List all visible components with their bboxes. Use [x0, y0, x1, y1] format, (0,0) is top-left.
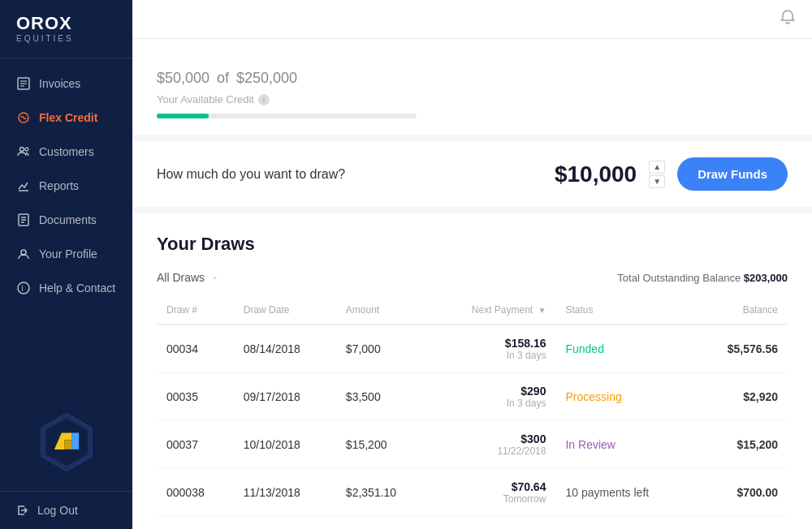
logout-button[interactable]: Log Out [16, 504, 116, 517]
table-row: 00037 10/10/2018 $15,200 $300 11/22/2018… [157, 421, 788, 469]
table-header-row: Draw # Draw Date Amount Next Payment ▼ S… [157, 296, 788, 325]
outstanding-label: Total Outstanding Balance [617, 272, 741, 284]
payment-date: 11/22/2018 [497, 445, 546, 457]
cell-status: In Review [555, 421, 693, 469]
logout-icon [16, 504, 29, 517]
cell-next-payment: $290 In 3 days [430, 373, 556, 421]
payment-amount: $300 [520, 432, 546, 445]
profile-label: Your Profile [39, 247, 97, 260]
outstanding-amount: $203,000 [744, 272, 788, 284]
th-balance: Balance [693, 296, 788, 325]
flex-credit-label: Flex Credit [39, 111, 97, 124]
svg-text:i: i [22, 284, 24, 293]
stepper-down-button[interactable]: ▼ [649, 175, 665, 188]
sidebar-item-customers[interactable]: Customers [0, 135, 132, 169]
draw-section: How much do you want to draw? $10,000 ▲ … [132, 141, 812, 207]
invoices-label: Invoices [39, 77, 80, 90]
cell-status: 10 payments left [555, 469, 693, 517]
cell-draw-num: 00034 [157, 325, 234, 373]
svg-point-5 [20, 148, 24, 152]
draw-funds-button[interactable]: Draw Funds [677, 157, 788, 191]
cell-draw-date: 10/10/2018 [234, 421, 336, 469]
credit-progress-bar [157, 114, 417, 118]
table-row: 00035 09/17/2018 $3,500 $290 In 3 days P… [157, 373, 788, 421]
help-icon: i [16, 281, 31, 295]
cell-draw-date: 09/17/2018 [234, 373, 336, 421]
draw-amount-stepper[interactable]: ▲ ▼ [649, 161, 665, 188]
sidebar-item-invoices[interactable]: Invoices [0, 67, 132, 101]
page-content: $50,000 of $250,000 Your Available Credi… [132, 39, 812, 529]
reports-icon [16, 178, 31, 193]
cell-status: Funded [555, 325, 693, 373]
sidebar-item-your-profile[interactable]: Your Profile [0, 237, 132, 271]
cell-next-payment: $158.16 In 3 days [430, 325, 556, 373]
payment-date: In 3 days [507, 350, 546, 361]
cell-draw-num: 000038 [157, 469, 234, 517]
filter-label[interactable]: All Draws [157, 271, 205, 284]
th-draw-num: Draw # [157, 296, 234, 325]
sidebar-item-reports[interactable]: Reports [0, 169, 132, 203]
cell-next-payment: $300 11/22/2018 [430, 421, 556, 469]
cell-draw-date: 11/13/2018 [234, 469, 336, 517]
documents-icon [16, 213, 31, 227]
credit-progress-fill [157, 114, 209, 118]
filter-separator: - [213, 271, 217, 284]
draw-question: How much do you want to draw? [157, 167, 345, 182]
cell-amount: $7,000 [336, 325, 430, 373]
cell-draw-num: 00035 [157, 373, 234, 421]
cell-amount: $2,351.10 [336, 469, 430, 517]
draws-table: Draw # Draw Date Amount Next Payment ▼ S… [157, 296, 788, 517]
balance-info: Total Outstanding Balance $203,000 [617, 272, 788, 284]
cell-amount: $15,200 [336, 421, 430, 469]
table-row: 00034 08/14/2018 $7,000 $158.16 In 3 day… [157, 325, 788, 373]
documents-label: Documents [39, 213, 97, 226]
credit-used-amount: $50,000 of $250,000 [157, 59, 788, 89]
svg-point-13 [18, 282, 29, 294]
sort-arrow-icon: ▼ [538, 306, 546, 315]
notifications-icon[interactable] [780, 9, 796, 29]
logout-label: Log Out [37, 504, 78, 517]
cell-balance: $700.00 [693, 469, 788, 517]
payment-date: In 3 days [507, 398, 546, 409]
reports-label: Reports [39, 179, 79, 192]
filter-left: All Draws - [157, 271, 217, 284]
cell-balance: $2,920 [693, 373, 788, 421]
cell-draw-date: 08/14/2018 [234, 325, 336, 373]
credit-section: $50,000 of $250,000 Your Available Credi… [132, 39, 812, 135]
customers-label: Customers [39, 145, 94, 158]
main-content: $50,000 of $250,000 Your Available Credi… [132, 0, 812, 529]
credit-label: Your Available Credit i [157, 93, 788, 105]
payment-date: Tomorrow [503, 493, 546, 505]
sidebar-item-documents[interactable]: Documents [0, 203, 132, 237]
draws-filter-row: All Draws - Total Outstanding Balance $2… [157, 271, 788, 284]
logo-graphic [0, 394, 132, 491]
payment-amount: $158.16 [505, 337, 546, 350]
draw-controls: $10,000 ▲ ▼ Draw Funds [555, 157, 788, 191]
svg-point-12 [21, 250, 26, 255]
sidebar-item-help-contact[interactable]: i Help & Contact [0, 271, 132, 305]
cell-balance: $15,200 [693, 421, 788, 469]
payment-amount: $290 [520, 385, 546, 398]
sidebar-item-flex-credit[interactable]: Flex Credit [0, 101, 132, 135]
flex-credit-icon [16, 110, 31, 125]
th-amount: Amount [336, 296, 430, 325]
draw-amount: $10,000 [555, 161, 637, 187]
sidebar: OROX EQUITIES Invoices Flex Credit Custo… [0, 0, 132, 529]
sidebar-nav: Invoices Flex Credit Customers Reports D… [0, 58, 132, 394]
th-draw-date: Draw Date [234, 296, 336, 325]
credit-info-icon[interactable]: i [258, 94, 270, 105]
brand-subtitle: EQUITIES [16, 34, 116, 43]
draws-section: Your Draws All Draws - Total Outstanding… [132, 213, 812, 529]
invoices-icon [16, 76, 31, 91]
cell-amount: $3,500 [336, 373, 430, 421]
cell-status: Processing [555, 373, 693, 421]
customers-icon [16, 144, 31, 159]
sidebar-bottom: Log Out [0, 491, 132, 529]
cell-next-payment: $70.64 Tomorrow [430, 469, 556, 517]
draws-title: Your Draws [157, 234, 788, 255]
table-row: 000038 11/13/2018 $2,351.10 $70.64 Tomor… [157, 469, 788, 517]
th-next-payment[interactable]: Next Payment ▼ [430, 296, 556, 325]
brand-logo: OROX EQUITIES [0, 0, 132, 58]
stepper-up-button[interactable]: ▲ [649, 161, 665, 174]
cell-draw-num: 00037 [157, 421, 234, 469]
